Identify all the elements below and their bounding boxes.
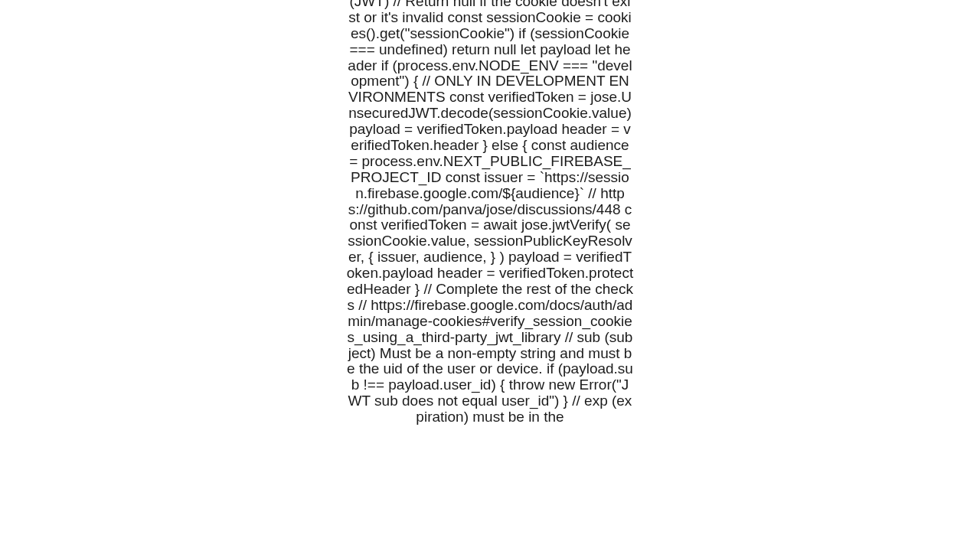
code-text-block: (JWT) // Return null if the cookie doesn… [346,0,634,551]
